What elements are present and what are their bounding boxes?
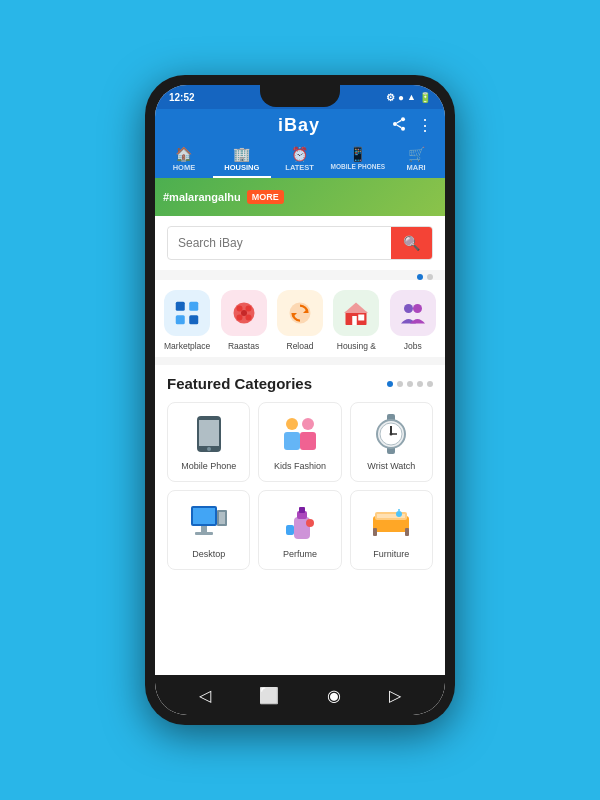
phone-frame: 12:52 ⚙ ● ▲ 🔋 iBay ⋮ bbox=[145, 75, 455, 725]
perfume-icon bbox=[284, 501, 316, 543]
tab-housing[interactable]: 🏢 HOUSING bbox=[213, 142, 271, 178]
svg-rect-8 bbox=[189, 315, 198, 324]
category-furniture[interactable]: Furniture bbox=[350, 490, 433, 570]
svg-marker-19 bbox=[344, 303, 368, 314]
svg-rect-20 bbox=[353, 316, 358, 325]
perfume-label: Perfume bbox=[283, 549, 317, 559]
raastas-label: Raastas bbox=[228, 341, 259, 351]
latest-icon: ⏰ bbox=[291, 146, 308, 162]
bottom-recent-button[interactable]: ◉ bbox=[327, 686, 341, 705]
svg-rect-5 bbox=[176, 302, 185, 311]
wrist-watch-label: Wrist Watch bbox=[367, 461, 415, 471]
marketplace-label: Marketplace bbox=[164, 341, 210, 351]
battery-icon: 🔋 bbox=[419, 92, 431, 103]
feat-dot-1 bbox=[387, 381, 393, 387]
quick-icon-jobs[interactable]: Jobs bbox=[387, 290, 439, 351]
svg-point-27 bbox=[286, 418, 298, 430]
wifi-icon: ● bbox=[398, 92, 404, 103]
mobile-phone-label: Mobile Phone bbox=[181, 461, 236, 471]
category-mobile-phone[interactable]: Mobile Phone bbox=[167, 402, 250, 482]
svg-point-12 bbox=[236, 315, 242, 321]
feat-dot-2 bbox=[397, 381, 403, 387]
marketplace-icon-box bbox=[164, 290, 210, 336]
phone-screen: 12:52 ⚙ ● ▲ 🔋 iBay ⋮ bbox=[155, 85, 445, 715]
tab-home[interactable]: 🏠 HOME bbox=[155, 142, 213, 178]
tab-mobile[interactable]: 📱 MOBILE PHONES bbox=[329, 142, 388, 178]
svg-rect-40 bbox=[201, 526, 207, 532]
bottom-menu-button[interactable]: ▷ bbox=[389, 686, 401, 705]
housing-icon: 🏢 bbox=[233, 146, 250, 162]
svg-rect-7 bbox=[176, 315, 185, 324]
category-kids-fashion[interactable]: Kids Fashion bbox=[258, 402, 341, 482]
tab-market[interactable]: 🛒 MARI bbox=[387, 142, 445, 178]
svg-rect-6 bbox=[189, 302, 198, 311]
featured-title: Featured Categories bbox=[167, 375, 312, 392]
quick-icon-raastas[interactable]: Raastas bbox=[218, 290, 270, 351]
svg-point-11 bbox=[245, 306, 251, 312]
category-perfume[interactable]: Perfume bbox=[258, 490, 341, 570]
signal-icon: ▲ bbox=[407, 92, 416, 102]
featured-section: Featured Categories bbox=[155, 365, 445, 675]
banner-text: #malarangalhu bbox=[163, 191, 241, 203]
quick-icon-reload[interactable]: Reload bbox=[274, 290, 326, 351]
svg-point-2 bbox=[401, 126, 405, 130]
housing-icon-box bbox=[333, 290, 379, 336]
svg-point-26 bbox=[207, 447, 211, 451]
slider-dots bbox=[155, 270, 445, 280]
app-bar: iBay ⋮ bbox=[155, 109, 445, 142]
svg-line-4 bbox=[397, 120, 402, 123]
svg-point-28 bbox=[302, 418, 314, 430]
svg-point-14 bbox=[241, 310, 247, 316]
mobile-icon: 📱 bbox=[349, 146, 366, 162]
feat-dot-3 bbox=[407, 381, 413, 387]
menu-icon[interactable]: ⋮ bbox=[417, 116, 433, 135]
svg-rect-41 bbox=[195, 532, 213, 535]
reload-label: Reload bbox=[287, 341, 314, 351]
quick-icons-section: Marketplace Raastas bbox=[155, 280, 445, 357]
market-icon: 🛒 bbox=[408, 146, 425, 162]
app-title: iBay bbox=[207, 115, 391, 136]
share-icon[interactable] bbox=[391, 116, 407, 136]
app-bar-actions: ⋮ bbox=[391, 116, 433, 136]
furniture-label: Furniture bbox=[373, 549, 409, 559]
category-wrist-watch[interactable]: Wrist Watch bbox=[350, 402, 433, 482]
bottom-back-button[interactable]: ◁ bbox=[199, 686, 211, 705]
featured-header: Featured Categories bbox=[167, 375, 433, 392]
housing-label: Housing & bbox=[337, 341, 376, 351]
search-input-wrap: 🔍 bbox=[167, 226, 433, 260]
svg-rect-43 bbox=[219, 512, 225, 524]
svg-rect-30 bbox=[300, 432, 316, 450]
kids-fashion-label: Kids Fashion bbox=[274, 461, 326, 471]
svg-point-22 bbox=[404, 304, 413, 313]
svg-point-13 bbox=[245, 315, 251, 321]
wrist-watch-icon bbox=[373, 413, 409, 455]
svg-point-47 bbox=[306, 519, 314, 527]
quick-icon-housing[interactable]: Housing & bbox=[330, 290, 382, 351]
tab-latest[interactable]: ⏰ LATEST bbox=[271, 142, 329, 178]
svg-rect-39 bbox=[193, 508, 215, 524]
quick-icon-marketplace[interactable]: Marketplace bbox=[161, 290, 213, 351]
category-grid: Mobile Phone Kids Fashion bbox=[167, 402, 433, 570]
svg-point-0 bbox=[401, 117, 405, 121]
bottom-home-button[interactable]: ⬜ bbox=[259, 686, 279, 705]
svg-point-1 bbox=[393, 122, 397, 126]
jobs-label: Jobs bbox=[404, 341, 422, 351]
search-button[interactable]: 🔍 bbox=[391, 227, 432, 259]
furniture-icon bbox=[369, 501, 413, 543]
svg-rect-21 bbox=[359, 315, 365, 321]
feat-dot-5 bbox=[427, 381, 433, 387]
feat-dot-4 bbox=[417, 381, 423, 387]
banner-more-button[interactable]: MORE bbox=[247, 190, 284, 204]
svg-point-37 bbox=[390, 433, 393, 436]
svg-point-23 bbox=[413, 304, 422, 313]
category-desktop[interactable]: Desktop bbox=[167, 490, 250, 570]
desktop-icon bbox=[187, 501, 231, 543]
promo-banner[interactable]: #malarangalhu MORE bbox=[155, 178, 445, 216]
search-section: 🔍 bbox=[155, 216, 445, 270]
bottom-nav: ◁ ⬜ ◉ ▷ bbox=[155, 675, 445, 715]
svg-rect-51 bbox=[373, 528, 377, 536]
search-input[interactable] bbox=[168, 229, 391, 257]
mobile-phone-icon bbox=[195, 413, 223, 455]
svg-rect-46 bbox=[299, 507, 305, 513]
raastas-icon-box bbox=[221, 290, 267, 336]
